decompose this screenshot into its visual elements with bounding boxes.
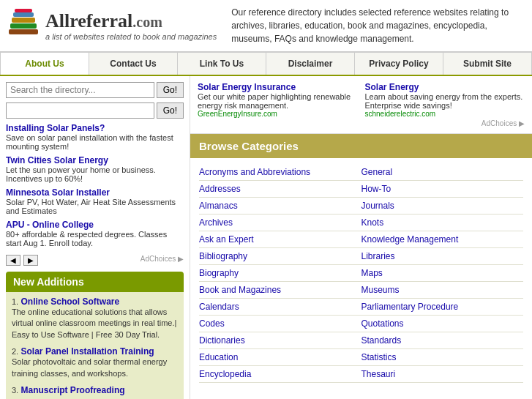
cat-link-col1-1[interactable]: Addresses [199,181,361,198]
new-additions-section: New Additions 1. Online School Software … [6,272,184,399]
cat-link-col1-8[interactable]: Calendars [199,299,361,316]
new-additions-body: 1. Online School Software The online edu… [6,292,184,399]
search-input-1[interactable] [6,82,154,98]
cat-link-col2-6[interactable]: Maps [361,265,524,282]
addition-item-1: 2. Solar Panel Installation Training Sol… [12,346,178,379]
right-ad-1: Solar Energy Learn about saving energy f… [365,82,525,127]
ad-nav: ◀ ▶ [6,255,38,266]
search-row-2: Go! [6,102,184,119]
cat-link-col2-2[interactable]: Journals [361,198,524,215]
cat-link-col1-2[interactable]: Almanacs [199,198,361,215]
cat-link-col1-10[interactable]: Dictionaries [199,332,361,349]
cat-link-col1-7[interactable]: Book and Magazines [199,282,361,299]
nav-link[interactable]: Link To Us [178,53,266,75]
cat-link-col2-11[interactable]: Statistics [361,349,524,366]
logo-area: Allreferral.com a list of websites relat… [45,10,217,41]
right-ad-domain-0: GreenEnergyInsure.com [198,110,358,118]
svg-rect-1 [10,23,37,29]
addition-desc-1: Solar photovoltaic and solar thermal ene… [12,357,178,379]
ad-link-2[interactable]: Minnesota Solar Installer [6,187,184,198]
ad-next-button[interactable]: ▶ [23,255,38,266]
search-button-1[interactable]: Go! [157,82,184,98]
logo-subtitle: a list of websites related to book and m… [45,32,217,41]
cat-link-col2-1[interactable]: How-To [361,181,524,198]
nav-bar: About Us Contact Us Link To Us Disclaime… [0,52,532,76]
ad-link-0[interactable]: Installing Solar Panels? [6,123,184,133]
ad-link-3[interactable]: APU - Online College [6,220,184,230]
cat-link-col2-7[interactable]: Museums [361,282,524,299]
cat-link-col2-12[interactable]: Thesauri [361,366,524,383]
categories-grid: Acronyms and AbbreviationsAddressesAlman… [190,158,532,389]
left-column: Go! Go! Installing Solar Panels? Save on… [0,76,190,399]
cat-link-col2-3[interactable]: Knots [361,215,524,231]
svg-rect-4 [15,9,32,12]
logo-icon [7,7,40,45]
nav-about[interactable]: About Us [0,53,89,75]
svg-rect-2 [12,18,35,23]
left-ads: Installing Solar Panels? Save on solar p… [6,123,184,266]
cat-link-col1-12[interactable]: Encyclopedia [199,366,361,383]
right-ad-link-1[interactable]: Solar Energy [365,82,525,92]
addition-num-0: 1. [12,297,18,306]
ad-text-2: Solar PV, Hot Water, Air Heat Site Asses… [6,198,184,215]
right-ad-choices: AdChoices ▶ [365,118,525,127]
svg-rect-0 [9,29,38,34]
cat-link-col2-0[interactable]: General [361,164,524,181]
addition-link-2[interactable]: Manuscript Proofreading [21,385,125,395]
search-input-2[interactable] [6,102,154,119]
addition-desc-0: The online educational solutions that al… [12,307,178,340]
cat-col-1: Acronyms and AbbreviationsAddressesAlman… [199,164,361,383]
logo-suffix: .com [132,14,162,30]
browse-header: Browse Categories [190,134,532,158]
right-ad-0: Solar Energy Insurance Get our white pap… [198,82,358,127]
cat-link-col1-4[interactable]: Ask an Expert [199,231,361,248]
nav-privacy[interactable]: Privacy Policy [355,53,443,75]
right-ad-text-0: Get our white paper highlighting renewab… [198,92,358,110]
addition-link-1[interactable]: Solar Panel Installation Training [21,346,154,357]
right-top-ads: Solar Energy Insurance Get our white pap… [190,76,532,134]
new-additions-header: New Additions [6,272,184,292]
addition-item-2: 3. Manuscript Proofreading [12,385,178,395]
search-row-1: Go! [6,82,184,98]
ad-prev-button[interactable]: ◀ [6,255,20,266]
ad-text-1: Let the sun power your home or business.… [6,165,184,183]
cat-col-2: GeneralHow-ToJournalsKnotsKnowledge Mana… [361,164,524,383]
cat-link-col2-5[interactable]: Libraries [361,248,524,265]
cat-link-col2-8[interactable]: Parliamentary Procedure [361,299,524,316]
right-ad-text-1: Learn about saving energy from the exper… [365,92,525,110]
cat-link-col2-10[interactable]: Standards [361,332,524,349]
cat-link-col1-11[interactable]: Education [199,349,361,366]
cat-link-col2-4[interactable]: Knowledge Management [361,231,524,248]
cat-link-col1-6[interactable]: Biography [199,265,361,282]
cat-link-col2-9[interactable]: Quotations [361,316,524,332]
addition-item-0: 1. Online School Software The online edu… [12,297,178,340]
nav-contact[interactable]: Contact Us [89,53,178,75]
svg-rect-3 [13,12,34,17]
cat-link-col1-9[interactable]: Codes [199,316,361,332]
ad-text-0: Save on solar panel installation with th… [6,133,184,151]
nav-submit[interactable]: Submit Site [443,53,532,75]
right-ad-domain-1: schneiderelectric.com [365,110,525,118]
header-description: Our reference directory includes selecte… [231,6,509,45]
main-content: Go! Go! Installing Solar Panels? Save on… [0,76,532,399]
ad-link-1[interactable]: Twin Cities Solar Energy [6,155,184,165]
cat-link-col1-0[interactable]: Acronyms and Abbreviations [199,164,361,181]
right-ad-link-0[interactable]: Solar Energy Insurance [198,82,358,92]
ad-text-3: 80+ affordable & respected degrees. Clas… [6,230,184,247]
logo-main: Allreferral [45,10,132,31]
right-column: Solar Energy Insurance Get our white pap… [190,76,532,399]
addition-link-0[interactable]: Online School Software [21,297,120,307]
ad-choices-left: AdChoices ▶ [141,255,184,263]
cat-link-col1-5[interactable]: Bibliography [199,248,361,265]
addition-num-1: 2. [12,347,18,356]
cat-link-col1-3[interactable]: Archives [199,215,361,231]
addition-num-2: 3. [12,386,18,395]
header: Allreferral.com a list of websites relat… [0,0,532,52]
search-button-2[interactable]: Go! [157,102,184,119]
nav-disclaimer[interactable]: Disclaimer [266,53,355,75]
logo-title: Allreferral.com [45,10,162,32]
